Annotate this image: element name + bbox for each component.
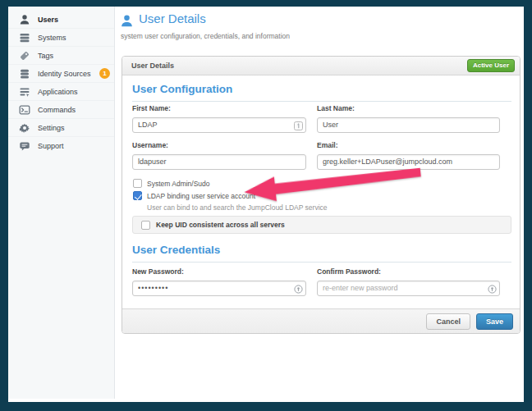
email-input[interactable] [317,154,500,170]
sidebar-item-label: Commands [38,106,76,114]
sidebar-item-systems[interactable]: Systems [8,29,114,47]
confirm-password-label: Confirm Password: [317,267,500,276]
ldap-binding-helper-text: User can bind to and search the JumpClou… [147,203,328,212]
keep-uid-bar: Keep UID consistent across all servers [132,216,511,234]
panel-footer: Cancel Save [122,308,520,333]
sidebar-item-label: Identity Sources [38,70,91,78]
last-name-input[interactable] [317,117,500,133]
identity-sources-icon [19,68,30,80]
ldap-binding-checkbox[interactable] [133,191,142,200]
new-password-field: New Password: [132,267,306,296]
ldap-binding-label: LDAP binding user service account [147,192,255,200]
status-badge: Active User [467,59,515,72]
first-name-input[interactable] [132,117,306,133]
confirm-password-field: Confirm Password: [317,267,500,296]
sidebar-item-label: Applications [38,88,78,96]
settings-icon [19,122,30,134]
cancel-button[interactable]: Cancel [426,313,470,330]
sidebar-item-label: Support [38,142,64,150]
email-field: Email: [317,141,500,170]
system-admin-checkbox-row: System Admin/Sudo [133,179,210,188]
username-input[interactable] [132,154,306,170]
applications-icon [19,86,30,98]
sidebar-item-tags[interactable]: Tags [8,47,114,65]
email-label: Email: [317,141,500,149]
keep-uid-label: Keep UID consistent across all servers [156,221,285,229]
systems-icon [19,32,30,43]
page-subtitle: system user configuration, credentials, … [121,32,290,40]
sidebar-item-label: Settings [38,124,65,132]
user-configuration-heading: User Configuration [132,83,511,102]
last-name-field: Last Name: [317,104,500,133]
user-details-panel: User Details Active User User Configurat… [122,56,521,334]
confirm-password-input[interactable] [317,281,500,296]
sidebar-item-applications[interactable]: Applications [8,83,114,101]
window-frame: Users Systems Tags Identity Sources 1 [0,0,532,411]
ldap-binding-checkbox-row: LDAP binding user service account [133,191,255,200]
panel-title: User Details [131,62,467,70]
support-icon [19,140,30,152]
new-password-input[interactable] [132,281,306,296]
keep-uid-checkbox[interactable] [141,221,150,230]
sidebar-item-settings[interactable]: Settings [8,119,114,137]
sidebar-item-support[interactable]: Support [8,137,114,155]
sidebar-item-users[interactable]: Users [8,11,114,29]
user-credentials-heading: User Credentials [132,244,511,263]
sidebar-item-label: Users [38,16,58,24]
sidebar-item-label: Tags [38,52,53,60]
panel-header: User Details Active User [122,57,520,75]
sidebar-item-label: Systems [38,34,66,42]
first-name-field: First Name: [132,104,306,133]
system-admin-label: System Admin/Sudo [147,180,210,188]
sidebar-item-identity-sources[interactable]: Identity Sources 1 [8,65,114,83]
user-details-header-icon [120,14,134,28]
last-name-label: Last Name: [317,104,500,112]
save-button[interactable]: Save [476,313,513,330]
sidebar: Users Systems Tags Identity Sources 1 [8,7,115,399]
app-window: Users Systems Tags Identity Sources 1 [8,7,524,402]
new-password-label: New Password: [132,267,306,276]
tags-icon [19,50,30,62]
system-admin-checkbox[interactable] [133,179,142,188]
sidebar-item-commands[interactable]: Commands [8,101,114,119]
username-field: Username: [132,141,306,170]
username-label: Username: [132,141,306,149]
first-name-label: First Name: [132,104,306,112]
users-icon [19,14,30,25]
commands-icon [19,104,30,116]
identity-sources-badge: 1 [99,68,110,79]
page-title: User Details [139,11,206,25]
